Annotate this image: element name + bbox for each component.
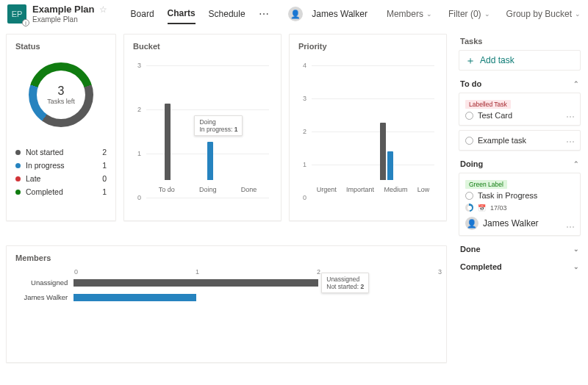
legend-late: Late 0 <box>15 174 107 183</box>
current-user: James Walker <box>312 9 368 19</box>
avatar[interactable] <box>288 7 303 21</box>
section-completed[interactable]: Completed ⌄ <box>460 262 579 271</box>
status-panel: Status 3 Tasks left Not started 2 In <box>6 34 116 221</box>
dot-icon <box>15 163 21 168</box>
groupby-button[interactable]: Group by Bucket⌄ <box>506 9 581 19</box>
tab-board[interactable]: Board <box>131 4 154 24</box>
dot-icon <box>15 150 21 155</box>
plan-title: Example Plan <box>32 4 95 15</box>
task-label: Labelled Task <box>465 100 511 109</box>
section-todo[interactable]: To do ⌃ <box>460 79 579 88</box>
chevron-down-icon: ⌄ <box>573 245 579 253</box>
members-chart: 0 1 2 3 Unassigned Unassigned Not starte… <box>15 268 437 305</box>
card-menu-icon[interactable]: ⋯ <box>566 137 576 147</box>
task-title: Example task <box>478 136 526 145</box>
task-title: Test Card <box>478 111 512 120</box>
task-title: Task in Progress <box>478 191 537 200</box>
more-views-icon[interactable]: ⋯ <box>259 8 270 20</box>
priority-col-medium <box>380 123 393 180</box>
members-panel: Members 0 1 2 3 Unassigned Unassigned No… <box>6 245 447 363</box>
members-tooltip: Unassigned Not started: 2 <box>321 273 369 293</box>
filter-button[interactable]: Filter (0)⌄ <box>448 9 490 19</box>
status-legend: Not started 2 In progress 1 Late 0 Compl… <box>15 148 107 196</box>
members-row-james: James Walker <box>15 290 437 305</box>
plan-subtitle: Example Plan <box>32 15 107 24</box>
complete-toggle[interactable] <box>465 112 473 120</box>
task-label: Green Label <box>465 180 507 189</box>
panel-title: Priority <box>298 42 437 51</box>
complete-toggle[interactable] <box>465 192 473 200</box>
priority-chart: 0 1 2 3 4 Urge <box>303 65 437 198</box>
task-card[interactable]: Example task ⋯ <box>459 130 581 151</box>
legend-completed: Completed 1 <box>15 187 107 196</box>
view-tabs: Board Charts Schedule ⋯ <box>131 4 270 24</box>
chevron-up-icon: ⌃ <box>573 80 579 87</box>
panel-title: Status <box>15 42 107 51</box>
sidebar-title: Tasks <box>460 37 581 46</box>
task-card[interactable]: Green Label Task in Progress 📅 17/03 ⋯ J… <box>459 173 581 236</box>
legend-in-progress: In progress 1 <box>15 161 107 170</box>
task-assignee: James Walker <box>465 217 574 230</box>
bucket-panel: Bucket 0 1 2 3 Doing <box>123 34 282 221</box>
calendar-icon: 📅 <box>478 204 486 212</box>
bucket-col-todo <box>165 104 171 180</box>
priority-panel: Priority 0 1 2 3 4 <box>289 34 447 221</box>
bucket-chart: 0 1 2 3 Doing In progress: 1 <box>137 65 272 198</box>
info-icon[interactable]: i <box>22 19 29 26</box>
plan-initials: EP <box>12 10 23 18</box>
card-menu-icon[interactable]: ⋯ <box>566 112 576 122</box>
tasks-left-label: Tasks left <box>47 98 75 105</box>
add-task-button[interactable]: ＋ Add task <box>459 50 581 71</box>
members-row-unassigned: Unassigned Unassigned Not started: 2 <box>15 276 437 290</box>
panel-title: Bucket <box>133 42 272 51</box>
chevron-up-icon: ⌃ <box>573 160 579 168</box>
chevron-down-icon: ⌄ <box>573 263 579 270</box>
chevron-down-icon: ⌄ <box>426 10 432 18</box>
dot-icon <box>15 190 21 195</box>
tasks-left-count: 3 <box>58 84 65 98</box>
tab-schedule[interactable]: Schedule <box>209 4 245 24</box>
card-menu-icon[interactable]: ⋯ <box>566 222 576 232</box>
plan-tile: EP i <box>7 4 26 24</box>
bucket-tooltip: Doing In progress: 1 <box>194 115 243 136</box>
due-date: 17/03 <box>490 204 507 212</box>
legend-not-started: Not started 2 <box>15 148 107 156</box>
chevron-down-icon: ⌄ <box>484 10 490 18</box>
complete-toggle[interactable] <box>465 137 473 145</box>
section-doing[interactable]: Doing ⌃ <box>460 159 579 168</box>
dot-icon <box>15 176 21 181</box>
tab-charts[interactable]: Charts <box>168 4 196 24</box>
favorite-star-icon[interactable]: ☆ <box>99 4 107 15</box>
tasks-sidebar: Tasks ＋ Add task To do ⌃ Labelled Task T… <box>456 28 588 385</box>
plan-titles: Example Plan ☆ Example Plan <box>32 4 107 24</box>
members-button[interactable]: Members⌄ <box>387 9 432 19</box>
bucket-col-doing: Doing In progress: 1 <box>207 142 213 180</box>
plan-header: EP i Example Plan ☆ Example Plan Board C… <box>0 0 588 28</box>
chevron-down-icon: ⌄ <box>575 10 581 18</box>
charts-area: Status 3 Tasks left Not started 2 In <box>0 28 456 385</box>
task-card[interactable]: Labelled Task Test Card ⋯ <box>459 93 581 126</box>
panel-title: Members <box>15 253 437 262</box>
status-donut: 3 Tasks left <box>29 62 93 127</box>
section-done[interactable]: Done ⌄ <box>460 245 579 253</box>
plus-icon: ＋ <box>465 55 476 65</box>
progress-icon <box>465 204 473 212</box>
avatar <box>465 217 478 230</box>
